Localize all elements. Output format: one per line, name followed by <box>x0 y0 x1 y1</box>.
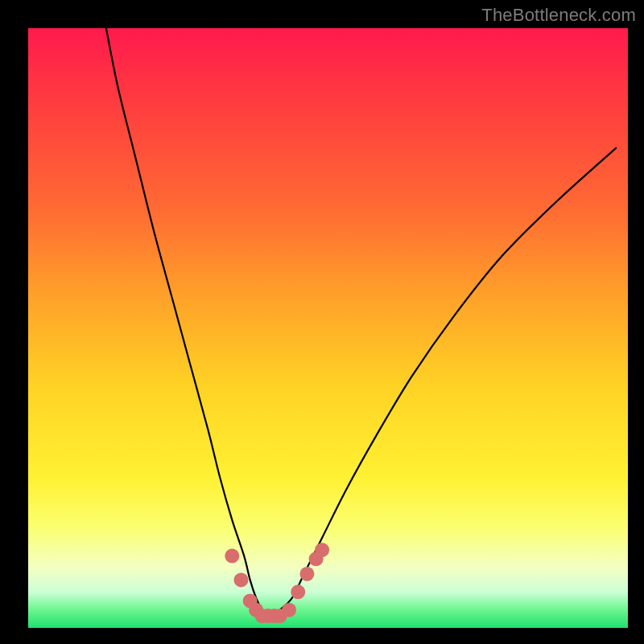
plot-area <box>28 28 628 628</box>
watermark-text: TheBottleneck.com <box>481 5 636 26</box>
chart-frame: TheBottleneck.com <box>0 0 644 644</box>
highlight-dot <box>299 567 314 581</box>
highlight-dot <box>291 584 305 599</box>
bottleneck-curve <box>106 28 616 617</box>
highlight-dot <box>282 603 296 617</box>
highlight-markers <box>225 543 329 623</box>
highlight-dot <box>233 572 248 587</box>
bottleneck-curve-svg <box>28 28 628 628</box>
highlight-dot <box>315 543 329 557</box>
highlight-dot <box>225 549 239 564</box>
